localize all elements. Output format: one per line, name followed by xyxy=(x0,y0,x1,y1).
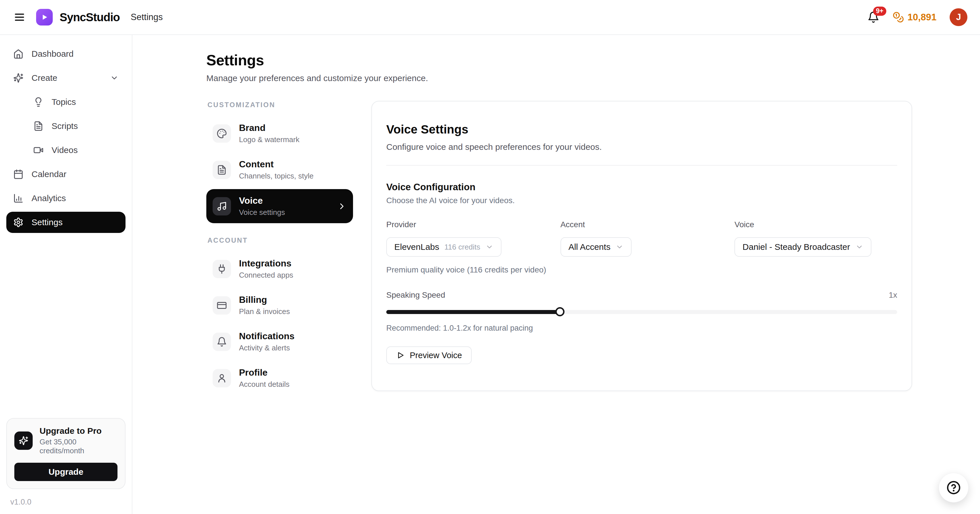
settings-nav-item-subtitle: Voice settings xyxy=(239,208,285,217)
page-subtitle: Manage your preferences and customize yo… xyxy=(206,73,980,83)
speaking-speed-slider[interactable] xyxy=(386,307,897,316)
play-icon xyxy=(396,351,405,360)
speaking-speed-note: Recommended: 1.0-1.2x for natural pacing xyxy=(386,324,897,333)
sidebar-item-scripts[interactable]: Scripts xyxy=(6,115,126,137)
card-subtitle: Configure voice and speech preferences f… xyxy=(386,142,897,152)
card-title: Voice Settings xyxy=(386,123,897,136)
sidebar-item-label: Create xyxy=(32,73,57,83)
page-title: Settings xyxy=(206,52,980,69)
upgrade-subtitle: Get 35,000 credits/month xyxy=(40,438,118,455)
provider-note: Premium quality voice (116 credits per v… xyxy=(386,265,897,274)
app-version: v1.0.0 xyxy=(10,498,126,506)
accent-select[interactable]: All Accents xyxy=(560,237,632,257)
brand[interactable]: SyncStudio xyxy=(36,9,120,25)
notifications-button[interactable]: 9+ xyxy=(867,11,880,23)
avatar-initial: J xyxy=(956,12,961,22)
chevron-down-icon xyxy=(855,243,863,251)
settings-nav-item-title: Notifications xyxy=(239,331,294,342)
sidebar-item-calendar[interactable]: Calendar xyxy=(6,164,126,185)
bell-icon xyxy=(213,333,231,351)
lightbulb-icon xyxy=(33,97,43,107)
voice-label: Voice xyxy=(734,220,897,229)
main-content: Settings Manage your preferences and cus… xyxy=(132,35,980,514)
sidebar-item-label: Dashboard xyxy=(32,49,74,59)
accent-value: All Accents xyxy=(568,242,611,252)
sidebar: Dashboard Create Topics Scripts Videos C… xyxy=(0,35,132,514)
provider-credits: 116 credits xyxy=(444,243,480,251)
notification-badge: 9+ xyxy=(873,6,886,16)
account-heading: ACCOUNT xyxy=(206,236,353,244)
sidebar-item-topics[interactable]: Topics xyxy=(6,91,126,113)
file-text-icon xyxy=(213,161,231,179)
chevron-right-icon xyxy=(337,201,347,211)
settings-nav-item-notifications[interactable]: Notifications Activity & alerts xyxy=(206,325,353,359)
voice-field: Voice Daniel - Steady Broadcaster xyxy=(734,220,897,257)
preview-voice-button[interactable]: Preview Voice xyxy=(386,346,472,364)
settings-nav-item-voice[interactable]: Voice Voice settings xyxy=(206,189,353,223)
settings-nav-item-title: Integrations xyxy=(239,258,293,269)
app-logo xyxy=(36,9,53,25)
sparkles-icon xyxy=(14,431,33,450)
coins-icon xyxy=(892,11,904,23)
settings-nav-item-brand[interactable]: Brand Logo & watermark xyxy=(206,116,353,150)
provider-select[interactable]: ElevenLabs 116 credits xyxy=(386,237,501,257)
sidebar-item-analytics[interactable]: Analytics xyxy=(6,188,126,209)
voice-select[interactable]: Daniel - Steady Broadcaster xyxy=(734,237,871,257)
provider-label: Provider xyxy=(386,220,549,229)
settings-nav-item-subtitle: Plan & invoices xyxy=(239,307,290,316)
credits-count: 10,891 xyxy=(907,12,937,22)
speaking-speed-label: Speaking Speed xyxy=(386,291,445,300)
accent-field: Accent All Accents xyxy=(560,220,723,257)
sidebar-item-label: Scripts xyxy=(52,121,78,131)
speed-slider-thumb[interactable] xyxy=(555,307,565,316)
brand-name: SyncStudio xyxy=(60,11,120,24)
credits-balance[interactable]: 10,891 xyxy=(892,11,937,23)
settings-nav-item-integrations[interactable]: Integrations Connected apps xyxy=(206,252,353,286)
video-icon xyxy=(33,145,43,155)
upgrade-button[interactable]: Upgrade xyxy=(14,463,118,481)
settings-nav-item-title: Brand xyxy=(239,123,299,133)
sidebar-item-label: Topics xyxy=(52,97,76,107)
bar-chart-icon xyxy=(13,193,24,204)
settings-nav-item-subtitle: Logo & watermark xyxy=(239,135,299,144)
chevron-down-icon xyxy=(110,74,119,82)
provider-field: Provider ElevenLabs 116 credits xyxy=(386,220,549,257)
sidebar-item-dashboard[interactable]: Dashboard xyxy=(6,43,126,64)
music-icon xyxy=(213,197,231,215)
sidebar-item-label: Analytics xyxy=(32,193,66,203)
home-icon xyxy=(13,49,24,59)
sidebar-item-create[interactable]: Create xyxy=(6,67,126,89)
plug-icon xyxy=(213,260,231,278)
upgrade-card: Upgrade to Pro Get 35,000 credits/month … xyxy=(6,418,126,489)
header-page-label: Settings xyxy=(130,12,163,22)
voice-configuration-subtitle: Choose the AI voice for your videos. xyxy=(386,196,897,205)
user-icon xyxy=(213,369,231,387)
settings-nav-item-billing[interactable]: Billing Plan & invoices xyxy=(206,288,353,322)
sidebar-item-settings[interactable]: Settings xyxy=(6,212,126,233)
gear-icon xyxy=(13,217,24,228)
sidebar-item-label: Videos xyxy=(52,145,78,155)
sidebar-item-label: Calendar xyxy=(32,169,67,179)
file-text-icon xyxy=(33,121,43,131)
voice-settings-card: Voice Settings Configure voice and speec… xyxy=(371,101,912,391)
chevron-down-icon xyxy=(485,243,493,251)
sidebar-item-label: Settings xyxy=(32,218,62,227)
settings-nav-item-title: Voice xyxy=(239,196,285,206)
palette-icon xyxy=(213,124,231,143)
upgrade-title: Upgrade to Pro xyxy=(40,426,118,436)
sparkles-icon xyxy=(13,73,24,83)
settings-nav-item-profile[interactable]: Profile Account details xyxy=(206,361,353,395)
menu-icon[interactable] xyxy=(11,9,27,25)
voice-configuration-title: Voice Configuration xyxy=(386,181,897,193)
settings-nav-item-content[interactable]: Content Channels, topics, style xyxy=(206,153,353,187)
provider-value: ElevenLabs xyxy=(394,242,439,252)
speaking-speed-block: Speaking Speed 1x Recommended: 1.0-1.2x … xyxy=(386,291,897,333)
settings-nav-item-subtitle: Connected apps xyxy=(239,271,293,280)
settings-nav-item-subtitle: Channels, topics, style xyxy=(239,172,313,180)
help-icon xyxy=(947,481,961,495)
speed-slider-fill xyxy=(386,310,560,314)
settings-nav-item-title: Profile xyxy=(239,367,290,378)
avatar[interactable]: J xyxy=(950,8,967,26)
help-button[interactable] xyxy=(939,473,969,503)
sidebar-item-videos[interactable]: Videos xyxy=(6,140,126,161)
